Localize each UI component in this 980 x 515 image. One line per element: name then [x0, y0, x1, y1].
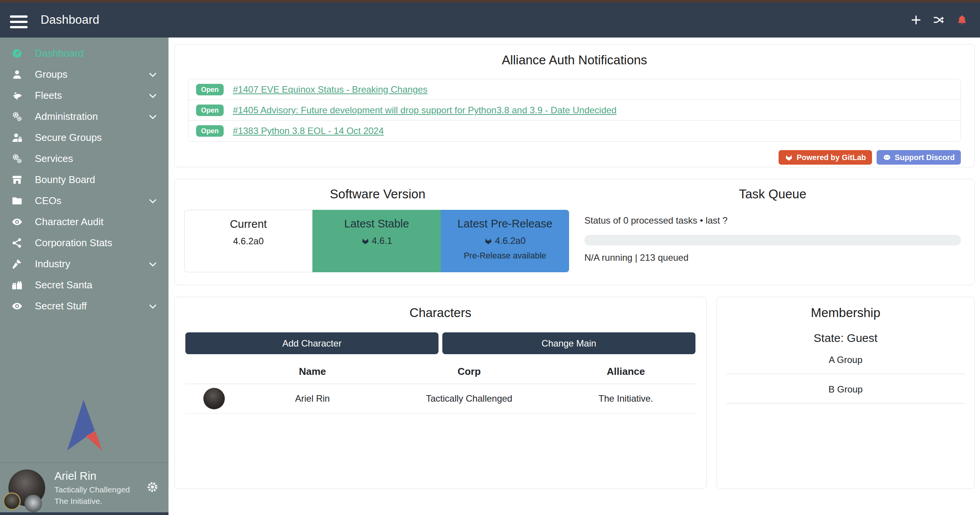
task-queue-progress-bar — [584, 235, 961, 245]
badge-label: Support Discord — [895, 154, 955, 161]
sidebar-item-label: Industry — [35, 258, 70, 270]
notifications-panel: Alliance Auth Notifications Open #1407 E… — [174, 44, 975, 167]
version-value: 4.6.1 — [361, 235, 392, 246]
version-prerelease-cell: Latest Pre-Release 4.6.2a0 Pre-Release a… — [441, 210, 569, 272]
alliance-auth-logo — [0, 397, 169, 463]
sidebar-item-services[interactable]: Services — [0, 148, 169, 169]
task-queue-section: Task Queue Status of 0 processed tasks •… — [584, 187, 965, 277]
characters-table: Name Corp Alliance Ariel Rin Tactically … — [185, 357, 695, 414]
notification-link[interactable]: #1383 Python 3.8 EOL - 14 Oct 2024 — [233, 126, 384, 136]
gitlab-icon — [361, 237, 370, 245]
sidebar-item-label: Bounty Board — [35, 174, 95, 186]
sidebar-item-industry[interactable]: Industry — [0, 253, 169, 275]
characters-buttons: Add Character Change Main — [185, 332, 695, 354]
chevron-down-icon — [148, 259, 158, 269]
hamburger-menu-icon[interactable] — [10, 12, 28, 28]
table-header-alliance: Alliance — [556, 366, 695, 378]
characters-title: Characters — [185, 306, 695, 320]
version-table: Current 4.6.2a0 Latest Stable 4.6.1 — [184, 210, 571, 272]
spaceship-icon — [11, 90, 25, 101]
cell-character-corp: Tactically Challenged — [382, 393, 556, 404]
sidebar: Dashboard Groups Fleets — [0, 38, 169, 515]
status-badge: Open — [196, 125, 224, 137]
sidebar-item-administration[interactable]: Administration — [0, 106, 169, 127]
software-version-title: Software Version — [184, 187, 571, 201]
version-number: 4.6.2a0 — [495, 235, 525, 246]
sidebar-item-corporation-stats[interactable]: Corporation Stats — [0, 232, 169, 253]
chevron-down-icon — [148, 196, 158, 206]
sidebar-item-character-audit[interactable]: Character Audit — [0, 211, 169, 232]
table-header-name: Name — [243, 366, 382, 378]
user-settings-gear-icon[interactable] — [145, 480, 160, 495]
status-badge: Open — [196, 105, 224, 116]
membership-title: Membership — [717, 306, 974, 320]
table-header-corp: Corp — [382, 366, 556, 378]
add-icon[interactable] — [910, 13, 923, 26]
chevron-down-icon — [148, 91, 158, 101]
notifications-bell-icon[interactable] — [955, 13, 969, 26]
hammer-icon — [11, 258, 25, 270]
version-stable-cell: Latest Stable 4.6.1 — [312, 210, 441, 272]
main-content: Alliance Auth Notifications Open #1407 E… — [169, 38, 980, 515]
sidebar-item-label: Secret Santa — [35, 279, 92, 291]
membership-state: State: Guest — [717, 332, 974, 345]
character-portrait — [203, 388, 225, 409]
version-label: Latest Pre-Release — [457, 217, 552, 230]
notifications-list: Open #1407 EVE Equinox Status - Breaking… — [188, 79, 961, 142]
change-main-button[interactable]: Change Main — [442, 332, 695, 354]
sidebar-item-ceos[interactable]: CEOs — [0, 190, 169, 211]
sidebar-item-label: Services — [35, 153, 73, 165]
shuffle-icon[interactable] — [933, 13, 946, 26]
sidebar-item-fleets[interactable]: Fleets — [0, 85, 169, 106]
user-corp: Tactically Challenged — [54, 485, 130, 495]
task-queue-status: Status of 0 processed tasks • last ? — [584, 215, 961, 226]
alliance-logo-badge — [25, 495, 42, 512]
list-item: Open #1405 Advisory: Future development … — [188, 100, 960, 121]
version-note: Pre-Release available — [464, 251, 546, 261]
support-discord-badge[interactable]: Support Discord — [877, 150, 961, 165]
sidebar-item-groups[interactable]: Groups — [0, 64, 169, 85]
sidebar-item-secure-groups[interactable]: Secure Groups — [0, 127, 169, 148]
notifications-footer: Powered by GitLab Support Discord — [188, 150, 961, 165]
sidebar-item-bounty-board[interactable]: Bounty Board — [0, 169, 169, 190]
list-item: Open #1407 EVE Equinox Status - Breaking… — [188, 79, 960, 100]
sidebar-item-label: Character Audit — [35, 216, 103, 228]
notifications-title: Alliance Auth Notifications — [188, 53, 961, 67]
sidebar-item-label: Secure Groups — [35, 132, 102, 144]
table-header-row: Name Corp Alliance — [185, 357, 695, 384]
chevron-down-icon — [148, 112, 158, 122]
sidebar-item-secret-santa[interactable]: Secret Santa — [0, 275, 169, 296]
version-label: Current — [230, 218, 267, 231]
powered-by-gitlab-badge[interactable]: Powered by GitLab — [779, 150, 872, 165]
gears-icon — [11, 111, 25, 123]
storefront-icon — [11, 174, 25, 186]
sidebar-item-secret-stuff[interactable]: Secret Stuff — [0, 296, 169, 317]
status-badge: Open — [196, 84, 224, 95]
user-icon — [11, 69, 25, 80]
add-character-button[interactable]: Add Character — [185, 332, 438, 354]
gifts-icon — [11, 280, 25, 291]
sidebar-item-label: CEOs — [35, 195, 61, 207]
bottom-row: Characters Add Character Change Main Nam… — [174, 297, 975, 489]
share-icon — [11, 237, 25, 249]
list-item: Open #1383 Python 3.8 EOL - 14 Oct 2024 — [188, 121, 960, 141]
sidebar-item-dashboard[interactable]: Dashboard — [0, 43, 169, 64]
corp-logo-badge — [3, 492, 21, 510]
version-number: 4.6.1 — [372, 235, 392, 246]
software-taskqueue-panel: Software Version Current 4.6.2a0 Latest … — [174, 179, 975, 285]
user-alliance: The Initiative. — [54, 496, 130, 506]
chevron-down-icon — [148, 301, 158, 311]
version-number: 4.6.2a0 — [233, 236, 263, 247]
version-current-cell: Current 4.6.2a0 — [184, 210, 312, 272]
version-value: 4.6.2a0 — [484, 235, 525, 246]
sidebar-bottom-strip — [0, 512, 169, 515]
notification-link[interactable]: #1407 EVE Equinox Status - Breaking Chan… — [233, 84, 427, 95]
notification-link[interactable]: #1405 Advisory: Future development will … — [233, 105, 617, 116]
membership-panel: Membership State: Guest A Group B Group — [717, 297, 975, 489]
sidebar-item-label: Dashboard — [35, 47, 83, 59]
cell-character-alliance: The Initiative. — [556, 393, 695, 404]
badge-label: Powered by GitLab — [797, 154, 866, 161]
discord-icon — [883, 153, 891, 162]
version-label: Latest Stable — [344, 217, 409, 230]
task-queue-title: Task Queue — [584, 187, 961, 201]
